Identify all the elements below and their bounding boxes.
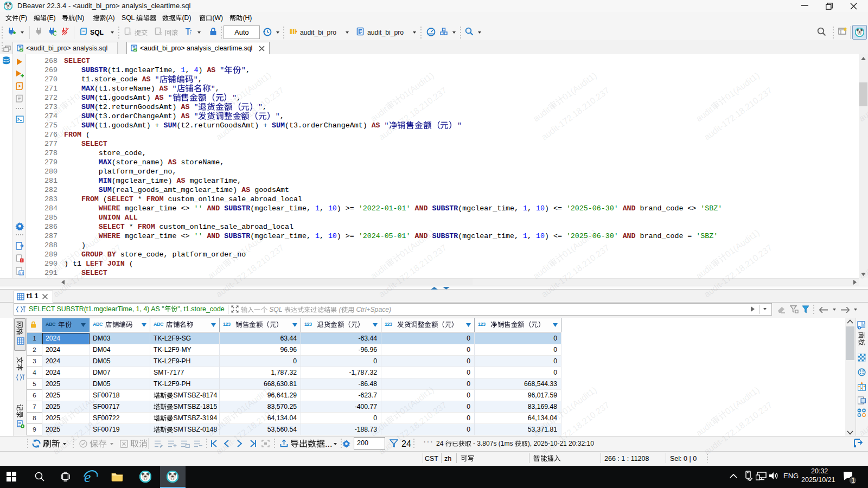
svg-text:(x): (x) xyxy=(20,272,24,275)
svg-text:1: 1 xyxy=(852,477,856,484)
